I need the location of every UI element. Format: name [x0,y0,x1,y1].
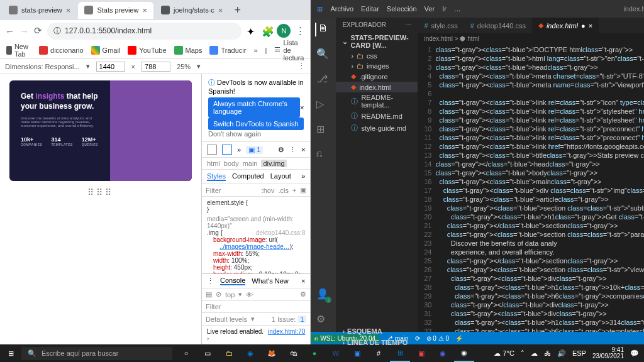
menu-icon[interactable]: ⋮ [289,146,296,154]
start-button[interactable]: ⊞ [0,349,21,358]
cls-toggle[interactable]: .cls [278,187,289,194]
scm-icon[interactable]: ⎇ [316,73,330,87]
forward-button[interactable]: → [19,26,29,36]
edge-icon[interactable]: ◉ [240,344,260,362]
file-item[interactable]: ◆index.html [336,82,418,92]
chevron-down-icon[interactable]: ▾ [86,62,90,70]
menu-button[interactable]: ⋮ [298,62,305,70]
tab-whatsnew[interactable]: What's New [252,277,288,285]
tab-computed[interactable]: Computed [232,172,264,181]
profile-avatar[interactable]: N [277,24,291,38]
zoom-select[interactable]: 25% [177,63,191,70]
debug-icon[interactable]: ▷ [316,98,330,112]
ports-status[interactable]: ⚡ [455,335,463,342]
file-item[interactable]: ⓘstyle-guide.md [336,122,418,134]
gear-icon[interactable]: ⚙ [278,146,284,154]
file-item[interactable]: ⓘREADME-templat... [336,92,418,110]
cortana-icon[interactable]: ○ [176,344,196,362]
tray-chevron-icon[interactable]: ˄ [521,349,525,358]
network-icon[interactable]: 🖧 [544,349,551,357]
outline-section[interactable]: ›ESQUEMA [336,326,418,332]
height-input[interactable] [142,62,170,72]
width-input[interactable] [96,62,125,72]
menu-go[interactable]: Ir [442,5,447,13]
menu-edit[interactable]: Editar [361,5,379,13]
editor-tab[interactable]: #style.css [418,18,464,33]
menu-view[interactable]: Ver [425,5,435,13]
firefox-icon[interactable]: 🦊 [262,344,282,362]
bookmark[interactable]: Maps [174,46,203,55]
levels-select[interactable]: Default levels [206,315,247,323]
address-input[interactable]: ⓘ127.0.0.1:5500/index.html [47,23,242,40]
close-icon[interactable]: × [301,277,305,285]
chrome-icon[interactable]: ◉ [454,344,474,362]
console-output[interactable]: index.html:70 Live reload enabled. › [202,326,310,344]
menu-selection[interactable]: Selección [387,5,417,13]
gear-icon[interactable]: ⚙ [300,290,306,299]
browser-tab[interactable]: joelnq/stats-c× [155,2,229,19]
hov-toggle[interactable]: :hov [262,187,275,194]
add-rule-button[interactable]: + [292,187,296,194]
dont-show-link[interactable]: Don't show again [208,130,261,138]
menu-icon[interactable]: ⋮ [207,277,214,285]
bookmark[interactable]: Gmail [91,46,121,55]
store-icon[interactable]: 🛍 [283,344,303,362]
console-filter[interactable]: Filter [206,303,221,310]
notifications-icon[interactable]: 💬 [630,349,639,358]
clear-icon[interactable]: ⊘ [216,290,221,299]
close-icon[interactable]: × [142,6,147,15]
remote-icon[interactable]: ⎌ [316,148,330,162]
resize-handle[interactable]: ⠿⠿⠿ [87,187,114,197]
code-editor[interactable]: 1234567891011121314151617181920212223242… [418,44,644,332]
weather-widget[interactable]: ☁ 7°C [494,349,514,358]
explorer-icon[interactable]: 🗀 [219,344,239,362]
editor-tab[interactable]: ◆index.html●× [532,18,599,33]
menu-button[interactable]: ⋮ [296,25,305,36]
issues-badge[interactable]: ▣ 1 [246,146,263,154]
overflow-icon[interactable]: » [237,146,241,153]
project-header[interactable]: ⌄STATS-PREVIEW-CARD [W... [336,32,418,51]
bookmark[interactable]: New Tab [6,43,31,58]
clock[interactable]: 9:4123/09/2021 [592,347,624,359]
inspect-icon[interactable] [207,145,217,155]
editor-tab[interactable]: #dektop1440.css [464,18,532,33]
close-icon[interactable]: × [301,146,305,153]
bookmark[interactable]: Traducir [209,46,246,55]
browser-tab[interactable]: stats-preview× [3,2,77,19]
puzzle-icon[interactable]: 🧩 [262,26,272,36]
issue-badge[interactable]: 1 [297,315,306,323]
account-icon[interactable]: 👤1 [316,288,330,302]
menu-file[interactable]: Archivo [330,5,353,13]
discord-icon[interactable]: ◉ [433,344,453,362]
folder-item[interactable]: ›🗀css [336,51,418,61]
switch-lang-button[interactable]: Switch DevTools to Spanish [208,118,304,130]
tab-styles[interactable]: Styles [207,172,226,181]
styles-pane[interactable]: element.style { } media="screen and (min… [202,197,310,273]
dimensions-label[interactable]: Dimensions: Responsi... [5,63,80,70]
search-icon[interactable]: 🔍 [316,48,330,62]
file-item[interactable]: ◆.gitignore [336,71,418,82]
new-tab-button[interactable]: + [234,4,241,17]
context-select[interactable]: top [225,291,235,299]
reading-list[interactable]: ☰Lista de lectura [274,39,304,62]
tab-console[interactable]: Console [220,277,245,285]
breadcrumb[interactable]: index.html > ⬢ html [418,33,644,44]
volume-icon[interactable]: 🔊 [557,349,566,358]
code-lines[interactable]: class="t-gray"><class="t-blue">!DOCTYPE … [435,44,644,332]
chevron-down-icon[interactable]: ▾ [197,62,201,70]
eye-icon[interactable]: 👁 [246,291,253,299]
device-icon[interactable] [222,145,232,155]
extensions-icon[interactable]: ⊞ [316,123,330,137]
bookmark[interactable]: diccionario [39,46,84,55]
close-icon[interactable]: × [66,6,71,15]
browser-tab[interactable]: Stats preview× [78,2,153,19]
spotify-icon[interactable]: ● [304,344,325,362]
taskbar-search[interactable]: 🔍Escribe aquí para buscar [21,347,172,360]
filter-input[interactable]: Filter [206,187,221,194]
gear-icon[interactable]: ⚙ [316,313,330,327]
overflow-icon[interactable]: » [301,172,305,181]
menu-more[interactable]: … [454,5,461,13]
bookmark[interactable]: YouTube [128,46,166,55]
extensions-icon[interactable]: ✦ [247,26,257,36]
close-icon[interactable]: × [300,104,304,111]
